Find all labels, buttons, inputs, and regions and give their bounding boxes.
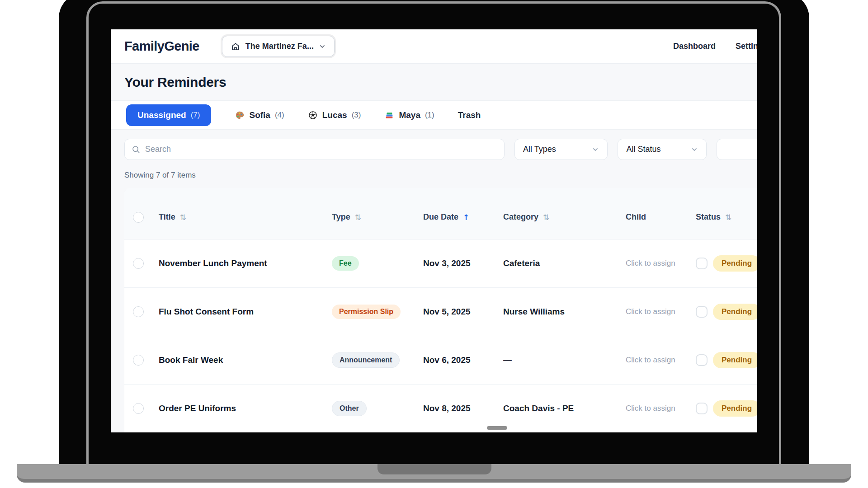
category: Cafeteria	[503, 258, 626, 268]
type-badge: Permission Slip	[332, 305, 401, 319]
tab-unassigned[interactable]: Unassigned (7)	[126, 104, 211, 126]
search-box	[124, 139, 505, 160]
tab-label: Sofia	[249, 110, 270, 120]
column-label: Child	[626, 212, 646, 222]
results-count: Showing 7 of 7 items	[111, 160, 757, 180]
column-header-category[interactable]: Category ⇅	[503, 212, 626, 222]
assign-child-button[interactable]: Click to assign	[626, 356, 696, 365]
tab-maya[interactable]: Maya (1)	[384, 110, 434, 120]
status-badge[interactable]: Pending	[713, 304, 757, 320]
reminder-title: November Lunch Payment	[159, 258, 332, 268]
sort-icon: ⇅	[355, 213, 361, 222]
search-input[interactable]	[145, 145, 497, 154]
tab-label: Unassigned	[137, 110, 186, 120]
type-badge: Fee	[332, 256, 359, 271]
type-filter-value: All Types	[523, 145, 556, 154]
column-header-due-date[interactable]: Due Date ↑	[423, 212, 503, 222]
tab-label: Trash	[458, 110, 481, 120]
row-checkbox[interactable]	[133, 306, 144, 317]
sort-icon: ⇅	[725, 213, 731, 222]
status-filter-dropdown[interactable]: All Status	[618, 139, 707, 160]
column-label: Category	[503, 212, 538, 222]
status-badge[interactable]: Pending	[713, 255, 757, 272]
due-date: Nov 5, 2025	[423, 307, 503, 317]
tab-count: (4)	[275, 111, 284, 120]
family-selector[interactable]: The Martinez Fa...	[222, 36, 335, 57]
app-window: FamilyGenie The Martinez Fa...	[111, 29, 757, 432]
soccer-ball-icon	[308, 110, 318, 120]
home-icon	[231, 42, 241, 52]
table-row: November Lunch Payment Fee Nov 3, 2025 C…	[124, 239, 757, 288]
complete-checkbox[interactable]	[696, 306, 708, 318]
sort-icon: ⇅	[543, 213, 549, 222]
tab-count: (1)	[425, 111, 434, 120]
child-tabs-bar: Unassigned (7) Sofia (4) Lucas (3)	[111, 100, 757, 130]
top-navigation: Dashboard Settings	[673, 29, 757, 63]
table-row: Order PE Uniforms Other Nov 8, 2025 Coac…	[124, 385, 757, 432]
tab-count: (7)	[191, 111, 200, 120]
complete-checkbox[interactable]	[696, 354, 708, 366]
column-header-type[interactable]: Type ⇅	[332, 212, 423, 222]
due-date: Nov 6, 2025	[423, 355, 503, 365]
filter-bar: All Types All Status	[111, 130, 757, 160]
select-all-checkbox[interactable]	[133, 212, 144, 223]
tab-count: (3)	[352, 111, 361, 120]
page-background: FamilyGenie The Martinez Fa...	[0, 0, 868, 488]
row-checkbox[interactable]	[133, 403, 144, 414]
tab-label: Maya	[399, 110, 420, 120]
tab-trash[interactable]: Trash	[458, 110, 481, 120]
type-badge: Announcement	[332, 352, 400, 368]
status-filter-value: All Status	[626, 145, 660, 154]
reminder-title: Order PE Uniforms	[159, 404, 332, 413]
row-checkbox[interactable]	[133, 258, 144, 269]
nav-dashboard[interactable]: Dashboard	[673, 42, 716, 51]
assign-child-button[interactable]: Click to assign	[626, 259, 696, 268]
type-filter-dropdown[interactable]: All Types	[514, 139, 608, 160]
clipped-filter-dropdown[interactable]	[717, 139, 757, 160]
column-header-status[interactable]: Status ⇅	[696, 212, 757, 222]
chevron-down-icon	[691, 146, 698, 153]
page-title: Your Reminders	[124, 75, 226, 90]
category: Coach Davis - PE	[503, 404, 626, 413]
column-label: Type	[332, 212, 350, 222]
nav-settings[interactable]: Settings	[736, 42, 757, 51]
palette-icon	[235, 110, 245, 120]
reminder-title: Book Fair Week	[159, 355, 332, 365]
column-header-title[interactable]: Title ⇅	[159, 212, 332, 222]
status-badge[interactable]: Pending	[713, 400, 757, 417]
column-label: Status	[696, 212, 721, 222]
column-label: Due Date	[423, 212, 458, 222]
status-cell: Pending	[696, 352, 757, 368]
sort-asc-icon: ↑	[463, 213, 469, 222]
app-header: FamilyGenie The Martinez Fa...	[111, 29, 757, 64]
due-date: Nov 8, 2025	[423, 404, 503, 413]
column-label: Title	[159, 212, 175, 222]
tab-lucas[interactable]: Lucas (3)	[308, 110, 361, 120]
horizontal-scrollbar-thumb[interactable]	[487, 426, 507, 430]
family-selector-label: The Martinez Fa...	[245, 42, 314, 51]
chevron-down-icon	[592, 146, 599, 153]
status-cell: Pending	[696, 400, 757, 417]
column-header-child: Child	[626, 212, 696, 222]
tab-sofia[interactable]: Sofia (4)	[235, 110, 284, 120]
reminder-title: Flu Shot Consent Form	[159, 307, 332, 317]
status-cell: Pending	[696, 255, 757, 272]
complete-checkbox[interactable]	[696, 258, 708, 269]
type-badge: Other	[332, 401, 367, 416]
table-header-row: Title ⇅ Type ⇅ Due Date ↑ Category ⇅	[124, 188, 757, 239]
status-badge[interactable]: Pending	[713, 352, 757, 368]
laptop-base	[17, 464, 851, 483]
assign-child-button[interactable]: Click to assign	[626, 307, 696, 316]
chevron-down-icon	[319, 43, 326, 50]
row-checkbox[interactable]	[133, 355, 144, 366]
reminders-table: Title ⇅ Type ⇅ Due Date ↑ Category ⇅	[124, 188, 757, 432]
search-icon	[132, 145, 141, 154]
page-title-bar: Your Reminders	[111, 64, 757, 100]
category: Nurse Williams	[503, 307, 626, 317]
books-icon	[384, 110, 394, 120]
assign-child-button[interactable]: Click to assign	[626, 404, 696, 413]
due-date: Nov 3, 2025	[423, 258, 503, 268]
complete-checkbox[interactable]	[696, 403, 708, 414]
laptop-notch	[377, 464, 491, 474]
status-cell: Pending	[696, 304, 757, 320]
